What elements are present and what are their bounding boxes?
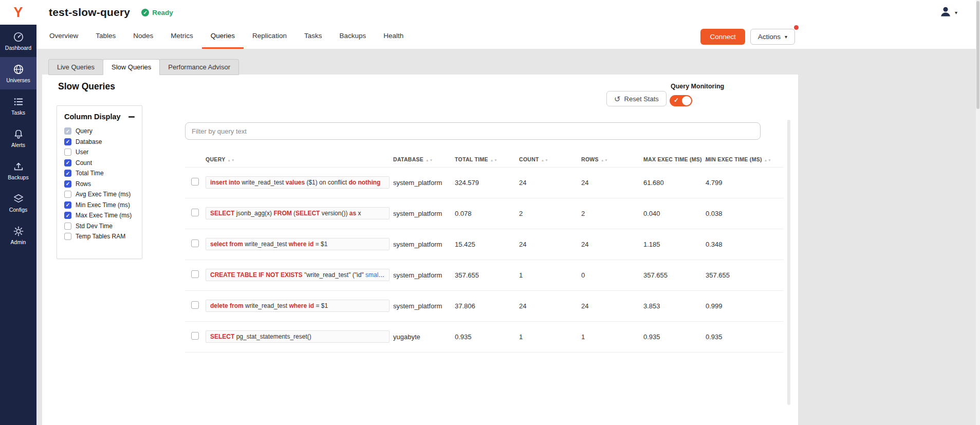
page-scrollbar[interactable] xyxy=(976,0,980,425)
sidebar-item-backups[interactable]: Backups xyxy=(0,154,36,187)
checkbox[interactable] xyxy=(64,159,71,167)
tab-nodes[interactable]: Nodes xyxy=(124,25,162,49)
sort-icons: ▲▼ xyxy=(490,158,498,162)
database-cell: system_platform xyxy=(393,260,455,290)
query-text[interactable]: insert into write_read_test values ($1) … xyxy=(206,176,390,189)
query-monitoring-toggle[interactable]: ✓ xyxy=(670,95,692,106)
column-header-total-time[interactable]: TOTAL TIME▲▼ xyxy=(455,152,519,167)
tab-tables[interactable]: Tables xyxy=(87,25,124,49)
sidebar-item-admin[interactable]: Admin xyxy=(0,219,36,251)
rows-cell: 2 xyxy=(581,198,643,229)
checkbox[interactable] xyxy=(64,127,71,135)
status-label: Ready xyxy=(152,9,173,16)
tab-tasks[interactable]: Tasks xyxy=(295,25,331,49)
tab-health[interactable]: Health xyxy=(375,25,412,49)
user-menu[interactable]: ▾ xyxy=(939,5,957,20)
checkbox[interactable] xyxy=(64,180,71,188)
column-header-rows[interactable]: ROWS▲▼ xyxy=(581,152,643,167)
count-cell: 24 xyxy=(519,167,581,198)
table-scrollbar[interactable] xyxy=(787,120,790,405)
sidebar-item-label: Configs xyxy=(9,207,28,213)
actions-button[interactable]: Actions ▾ xyxy=(750,29,795,45)
query-fragment: ($1) on conflict xyxy=(305,179,348,186)
subtab-slow-queries[interactable]: Slow Queries xyxy=(103,59,160,75)
query-text[interactable]: SELECT jsonb_agg(x) FROM (SELECT version… xyxy=(206,207,390,219)
checkbox[interactable] xyxy=(64,149,71,156)
checkbox[interactable] xyxy=(64,138,71,145)
column-header-database[interactable]: DATABASE▲▼ xyxy=(393,152,455,167)
min-exec-time-cell: 357.655 xyxy=(706,260,784,290)
column-option-user[interactable]: User xyxy=(64,147,135,158)
column-option-database[interactable]: Database xyxy=(64,137,135,147)
subtab-performance-advisor[interactable]: Performance Advisor xyxy=(159,59,239,75)
yugabyte-logo[interactable]: Y xyxy=(0,0,36,25)
row-checkbox[interactable] xyxy=(191,332,199,340)
column-option-query[interactable]: Query xyxy=(64,126,135,137)
backups-icon xyxy=(13,161,24,172)
checkbox[interactable] xyxy=(64,201,71,209)
column-option-total-time[interactable]: Total Time xyxy=(64,168,135,179)
database-cell: yugabyte xyxy=(393,321,455,352)
tab-queries[interactable]: Queries xyxy=(202,25,244,49)
sidebar-item-dashboard[interactable]: Dashboard xyxy=(0,25,36,57)
reset-stats-button[interactable]: ↺ Reset Stats xyxy=(606,91,667,106)
row-checkbox[interactable] xyxy=(191,209,199,216)
query-text[interactable]: SELECT pg_stat_statements_reset() xyxy=(206,330,390,343)
query-text[interactable]: CREATE TABLE IF NOT EXISTS "write_read_t… xyxy=(206,269,390,281)
column-header-max-exec-time-ms[interactable]: MAX EXEC TIME (MS)▲▼ xyxy=(643,152,706,167)
query-text[interactable]: delete from write_read_test where id = $… xyxy=(206,300,390,312)
checkbox[interactable] xyxy=(64,233,71,240)
tab-overview[interactable]: Overview xyxy=(41,25,87,49)
tab-replication[interactable]: Replication xyxy=(244,25,295,49)
scrollbar-thumb[interactable] xyxy=(976,1,979,109)
checkbox[interactable] xyxy=(64,223,71,230)
toggle-knob xyxy=(682,96,691,105)
row-checkbox[interactable] xyxy=(191,239,199,247)
count-cell: 1 xyxy=(519,321,581,352)
total-time-cell: 37.806 xyxy=(455,290,519,321)
column-header-count[interactable]: COUNT▲▼ xyxy=(519,152,581,167)
query-fragment: SELECT xyxy=(210,210,234,217)
sidebar-item-alerts[interactable]: Alerts xyxy=(0,122,36,154)
tab-metrics[interactable]: Metrics xyxy=(162,25,202,49)
subtab-live-queries[interactable]: Live Queries xyxy=(48,59,103,75)
column-header-query[interactable]: QUERY▲▼ xyxy=(206,152,393,167)
row-checkbox[interactable] xyxy=(191,178,199,186)
sidebar-item-configs[interactable]: Configs xyxy=(0,187,36,219)
column-option-min-exec-time-ms[interactable]: Min Exec Time (ms) xyxy=(64,200,135,211)
sort-icons: ▲▼ xyxy=(601,158,608,162)
collapse-icon[interactable] xyxy=(128,116,135,118)
column-option-count[interactable]: Count xyxy=(64,158,135,169)
column-option-max-exec-time-ms[interactable]: Max Exec Time (ms) xyxy=(64,210,135,221)
admin-icon xyxy=(13,226,24,237)
row-checkbox[interactable] xyxy=(191,301,199,309)
query-text[interactable]: select from write_read_test where id = $… xyxy=(206,238,390,250)
column-display-header: Column Display xyxy=(64,113,135,121)
column-option-avg-exec-time-ms[interactable]: Avg Exec Time (ms) xyxy=(64,189,135,200)
checkbox[interactable] xyxy=(64,170,71,177)
checkbox-label: Total Time xyxy=(76,170,104,177)
query-filter-input[interactable] xyxy=(185,122,761,140)
sidebar-nav: DashboardUniversesTasksAlertsBackupsConf… xyxy=(0,25,36,251)
column-header-label: COUNT xyxy=(519,156,539,162)
sidebar-item-tasks[interactable]: Tasks xyxy=(0,89,36,122)
row-checkbox-cell xyxy=(185,321,206,352)
checkbox[interactable] xyxy=(64,191,71,198)
sidebar-item-universes[interactable]: Universes xyxy=(0,57,36,89)
min-exec-time-cell: 0.935 xyxy=(706,321,784,352)
total-time-cell: 0.935 xyxy=(455,321,519,352)
checkbox[interactable] xyxy=(64,212,71,219)
column-header-min-exec-time-ms[interactable]: MIN EXEC TIME (MS)▲▼ xyxy=(706,152,784,167)
universe-nav: OverviewTablesNodesMetricsQueriesReplica… xyxy=(36,25,980,49)
column-option-rows[interactable]: Rows xyxy=(64,179,135,190)
check-icon: ✓ xyxy=(141,9,149,16)
slow-queries-panel: Slow Queries ↺ Reset Stats Query Monitor… xyxy=(42,75,798,425)
notification-dot xyxy=(794,25,799,30)
connect-button[interactable]: Connect xyxy=(700,29,745,45)
column-option-std-dev-time[interactable]: Std Dev Time xyxy=(64,221,135,232)
row-checkbox[interactable] xyxy=(191,270,199,278)
column-option-temp-tables-ram[interactable]: Temp Tables RAM xyxy=(64,231,135,242)
tab-backups[interactable]: Backups xyxy=(330,25,375,49)
count-cell: 2 xyxy=(519,198,581,229)
query-fragment: do nothing xyxy=(348,179,380,186)
